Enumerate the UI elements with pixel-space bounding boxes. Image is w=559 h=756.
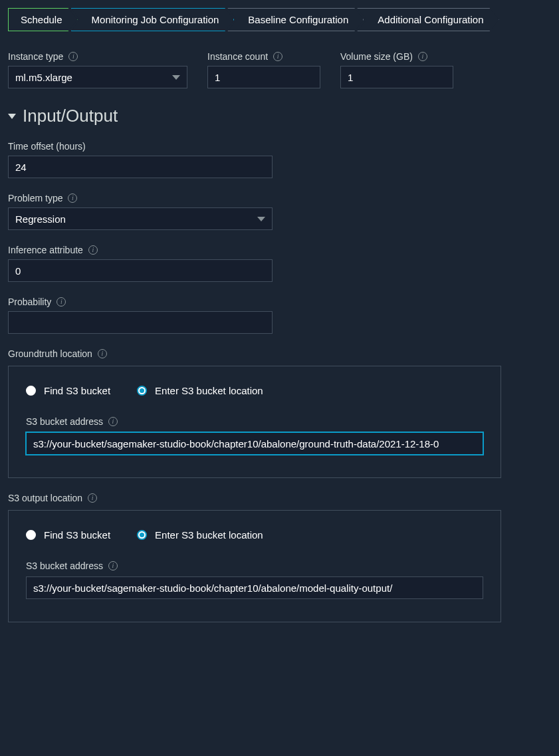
time-offset-label: Time offset (hours) — [8, 141, 86, 152]
step-additional-configuration[interactable]: Additional Configuration — [357, 8, 499, 31]
instance-type-label: Instance type — [8, 51, 63, 62]
step-baseline-configuration[interactable]: Baseline Configuration — [227, 8, 364, 31]
info-icon[interactable]: i — [68, 52, 78, 61]
radio-icon — [137, 386, 147, 396]
problem-type-label: Problem type — [8, 193, 62, 203]
output-s3-address-label: S3 bucket address — [26, 561, 103, 571]
info-icon[interactable]: i — [273, 52, 282, 61]
groundtruth-s3-address-input[interactable] — [26, 432, 483, 455]
instance-type-value: ml.m5.xlarge — [15, 72, 72, 83]
instance-type-select[interactable]: ml.m5.xlarge — [8, 66, 187, 88]
inference-attribute-input[interactable] — [8, 259, 273, 282]
step-schedule[interactable]: Schedule — [8, 8, 78, 31]
input-output-section-toggle[interactable]: Input/Output — [8, 106, 551, 126]
radio-icon — [26, 386, 36, 396]
instance-count-label: Instance count — [207, 51, 268, 62]
info-icon[interactable]: i — [68, 193, 77, 203]
output-enter-s3-radio[interactable]: Enter S3 bucket location — [137, 529, 263, 541]
chevron-down-icon — [8, 114, 16, 119]
info-icon[interactable]: i — [108, 417, 118, 426]
time-offset-input[interactable] — [8, 156, 273, 178]
groundtruth-location-label: Groundtruth location — [8, 348, 92, 359]
probability-label: Probability — [8, 297, 51, 307]
wizard-stepper: Schedule Monitoring Job Configuration Ba… — [8, 8, 551, 31]
problem-type-select[interactable]: Regression — [8, 207, 273, 230]
caret-down-icon — [257, 217, 265, 221]
groundtruth-s3-address-label: S3 bucket address — [26, 416, 103, 427]
info-icon[interactable]: i — [56, 297, 66, 307]
volume-size-input[interactable] — [340, 66, 453, 88]
info-icon[interactable]: i — [88, 493, 97, 503]
groundtruth-location-box: Find S3 bucket Enter S3 bucket location … — [8, 366, 501, 478]
radio-icon — [137, 530, 147, 540]
instance-count-input[interactable] — [207, 66, 320, 88]
radio-label: Find S3 bucket — [44, 529, 110, 541]
groundtruth-enter-s3-radio[interactable]: Enter S3 bucket location — [137, 385, 263, 396]
groundtruth-find-s3-radio[interactable]: Find S3 bucket — [26, 385, 110, 396]
radio-label: Enter S3 bucket location — [155, 529, 263, 541]
volume-size-label: Volume size (GB) — [340, 51, 413, 62]
info-icon[interactable]: i — [108, 561, 118, 570]
s3-output-location-box: Find S3 bucket Enter S3 bucket location … — [8, 510, 501, 622]
radio-icon — [26, 530, 36, 540]
problem-type-value: Regression — [15, 213, 66, 225]
inference-attribute-label: Inference attribute — [8, 245, 83, 255]
output-find-s3-radio[interactable]: Find S3 bucket — [26, 529, 110, 541]
info-icon[interactable]: i — [418, 52, 427, 61]
radio-label: Find S3 bucket — [44, 385, 110, 396]
probability-input[interactable] — [8, 311, 273, 334]
output-s3-address-input[interactable] — [26, 576, 483, 599]
caret-down-icon — [172, 75, 180, 80]
radio-label: Enter S3 bucket location — [155, 385, 263, 396]
s3-output-location-label: S3 output location — [8, 493, 82, 503]
info-icon[interactable]: i — [98, 349, 107, 358]
step-monitoring-job-configuration[interactable]: Monitoring Job Configuration — [71, 8, 235, 31]
info-icon[interactable]: i — [88, 245, 98, 255]
input-output-title: Input/Output — [23, 106, 118, 126]
